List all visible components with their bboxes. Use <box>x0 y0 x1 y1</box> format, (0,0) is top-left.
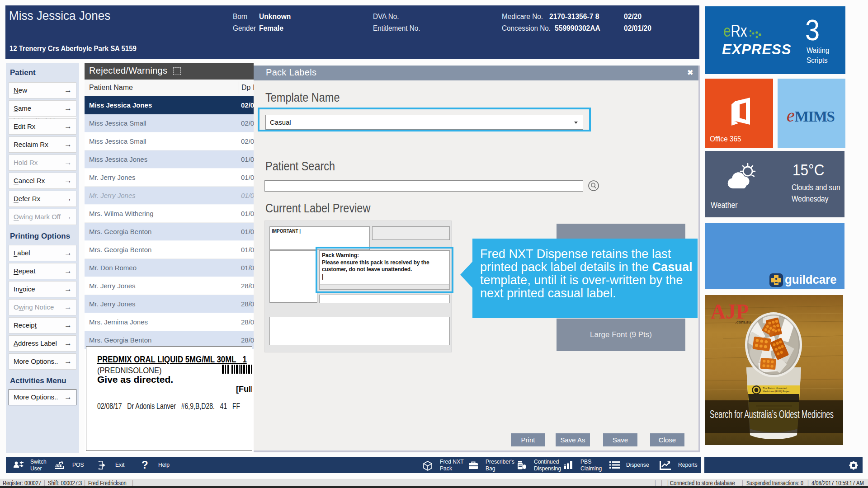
svg-text:.com.au: .com.au <box>735 319 751 324</box>
svg-text:The Return Unwanted: The Return Unwanted <box>763 387 787 389</box>
svg-text:Medicines (RUM) Project: Medicines (RUM) Project <box>763 390 791 393</box>
svg-text:Search for Australia’s Oldest: Search for Australia’s Oldest Medicines <box>710 408 834 420</box>
